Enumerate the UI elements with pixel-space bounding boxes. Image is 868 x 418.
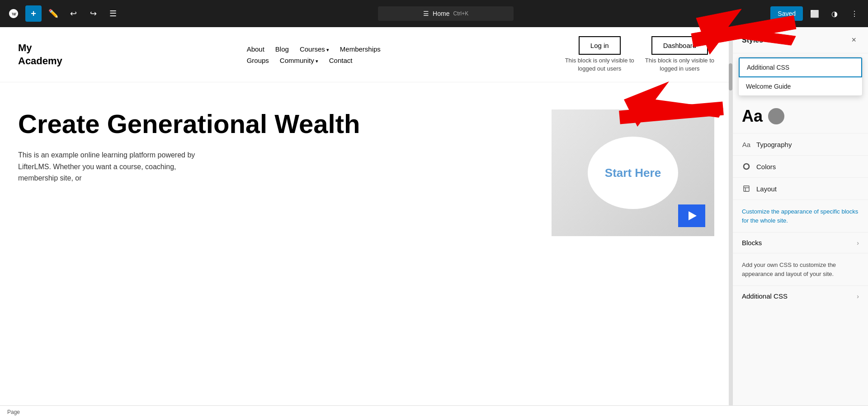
toolbar-right: Saved ⬜ ◑ ⋮ [770,5,863,22]
site-header: My Academy About Blog Courses Membership… [0,27,732,82]
page-status-label: Page [7,409,20,415]
styles-dropdown-menu: Additional CSS Welcome Guide [738,57,863,96]
panel-close-button[interactable]: × [849,34,859,46]
blocks-item[interactable]: Blocks › [733,233,868,253]
wordpress-logo[interactable] [5,5,22,22]
colors-label: Colors [756,163,859,171]
styles-preview: Aa [733,100,868,133]
layout-label: Layout [756,185,859,193]
site-nav: About Blog Courses Memberships Groups Co… [247,45,381,64]
additional-css-dropdown-item[interactable]: Additional CSS [739,57,862,77]
nav-about[interactable]: About [247,45,264,53]
view-toggle-button[interactable]: ⬜ [807,5,823,22]
home-label: Home [433,10,449,17]
nav-memberships[interactable]: Memberships [340,45,381,53]
colors-icon [742,162,751,171]
hero-section: Create Generational Wealth This is an ex… [0,82,732,254]
blocks-arrow-icon: › [857,239,859,247]
hero-video[interactable]: Start Here [552,109,714,236]
panel-title: Styles [742,36,763,44]
panel-header: Styles × [733,27,868,53]
home-page-icon: ☰ [423,10,429,17]
canvas-inner: My Academy About Blog Courses Membership… [0,27,732,418]
svg-rect-0 [744,186,749,191]
saved-button[interactable]: Saved [770,6,803,21]
blocks-label: Blocks [742,239,762,247]
site-logo: My Academy [18,42,62,67]
colors-item[interactable]: Colors [733,156,868,178]
nav-row-1: About Blog Courses Memberships [247,45,381,53]
hero-title: Create Generational Wealth [18,109,533,138]
layout-item[interactable]: Layout [733,178,868,200]
welcome-guide-dropdown-item[interactable]: Welcome Guide [739,77,862,95]
hero-text: Create Generational Wealth This is an ex… [18,109,533,184]
nav-row-2: Groups Community Contact [247,57,381,64]
redo-button[interactable]: ↪ [85,5,101,22]
auth-buttons: Log in This block is only visible to log… [565,36,714,73]
additional-css-label: Additional CSS [742,292,788,300]
typography-item[interactable]: Aa Typography [733,133,868,156]
list-view-button[interactable]: ☰ [105,5,121,22]
home-shortcut: Ctrl+K [453,10,468,17]
video-speech-bubble: Start Here [588,137,678,209]
hero-description: This is an example online learning platf… [18,149,208,184]
layout-icon [742,184,751,193]
dashboard-block: Dashboard This block is only visible to … [645,36,714,73]
typography-label: Typography [756,141,859,148]
theme-toggle-button[interactable]: ◑ [826,5,843,22]
nav-groups[interactable]: Groups [247,57,269,64]
main-layout: My Academy About Blog Courses Membership… [0,27,868,418]
additional-css-arrow-icon: › [857,293,859,300]
typography-icon: Aa [742,140,751,149]
scrollbar-track[interactable] [729,27,732,418]
canvas-area: My Academy About Blog Courses Membership… [0,27,732,418]
additional-css-item[interactable]: Additional CSS › [733,286,868,306]
scrollbar-thumb[interactable] [729,63,732,90]
login-button[interactable]: Log in [579,36,621,55]
nav-blog[interactable]: Blog [275,45,289,53]
toolbar: + ✏️ ↩ ↪ ☰ ☰ Home Ctrl+K Saved ⬜ ◑ ⋮ [0,0,868,27]
dashboard-button[interactable]: Dashboard [651,36,708,55]
styles-panel: Styles × Additional CSS Welcome Guide Aa… [732,27,868,418]
dashboard-note: This block is only visible to logged in … [645,57,714,73]
toolbar-center: ☰ Home Ctrl+K [125,6,767,21]
nav-community[interactable]: Community [280,57,318,64]
add-block-button[interactable]: + [25,5,42,22]
preview-text-sample: Aa [742,107,763,126]
play-icon [689,211,697,220]
options-button[interactable]: ⋮ [846,5,863,22]
preview-color-circle [768,108,784,124]
customize-description: Customize the appearance of specific blo… [733,200,868,233]
home-button[interactable]: ☰ Home Ctrl+K [378,6,514,21]
nav-contact[interactable]: Contact [329,57,353,64]
pencil-button[interactable]: ✏️ [45,5,61,22]
css-description: Add your own CSS to customize the appear… [733,253,868,286]
play-button[interactable] [678,204,705,227]
nav-courses[interactable]: Courses [300,45,329,53]
status-bar: Page [0,405,868,418]
login-note: This block is only visible to logged out… [565,57,634,73]
login-block: Log in This block is only visible to log… [565,36,634,73]
undo-button[interactable]: ↩ [65,5,81,22]
